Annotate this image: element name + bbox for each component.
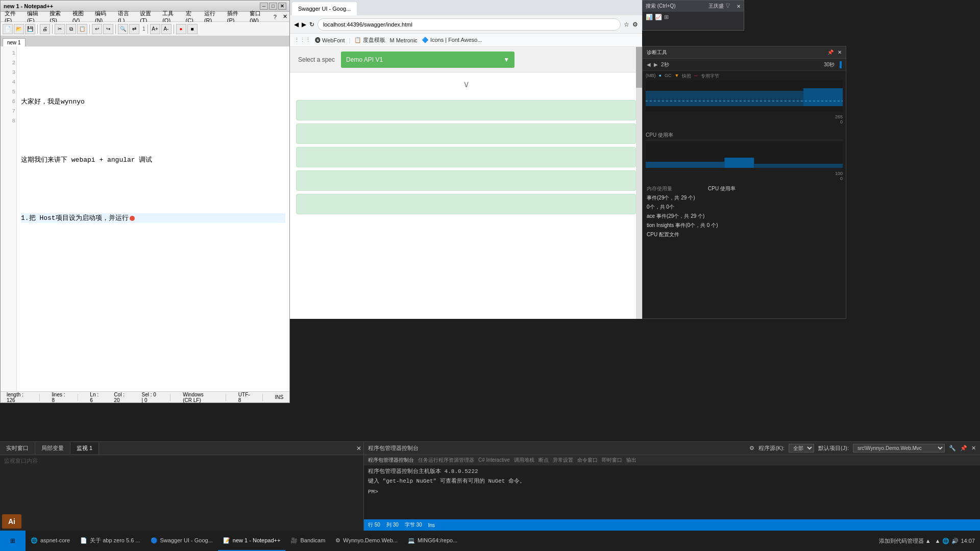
nuget-close-icon[interactable]: ✕ bbox=[971, 445, 976, 452]
legend-limit-label: 快照 bbox=[682, 73, 691, 80]
vs-close-icon[interactable]: ✕ bbox=[737, 4, 741, 9]
browser-tab-swagger[interactable]: Swagger UI - Goog... bbox=[292, 2, 357, 15]
bandicam-icon: 🎥 bbox=[290, 537, 298, 544]
forward-icon[interactable]: ▶ bbox=[302, 21, 306, 28]
vs-toolbar-icon2[interactable]: 📈 bbox=[655, 14, 662, 20]
nuget-tab-breakpoints[interactable]: 断点 bbox=[538, 457, 549, 464]
editor-text[interactable]: 大家好，我是wynnyo 这期我们来讲下 webapi + angular 调试… bbox=[17, 46, 289, 391]
tray-volume-icon[interactable]: 🔊 bbox=[951, 538, 959, 544]
nuget-pin-icon[interactable]: 📌 bbox=[960, 445, 967, 452]
nuget-settings-icon[interactable]: ⚙ bbox=[749, 445, 754, 452]
back-icon[interactable]: ◀ bbox=[294, 21, 299, 28]
nuget-tab-exceptions[interactable]: 异常设置 bbox=[553, 457, 573, 464]
nuget-tab-immediate[interactable]: 即时窗口 bbox=[602, 457, 622, 464]
bookmark-metronic[interactable]: M Metronic bbox=[389, 37, 417, 43]
diag-pin-icon[interactable]: 📌 bbox=[827, 49, 834, 55]
cpu-min: 0 bbox=[840, 176, 843, 181]
expand-icon[interactable]: ∨ bbox=[290, 72, 642, 96]
notepad-editor-area[interactable]: 12345 678 大家好，我是wynnyo 这期我们来讲下 webapi + … bbox=[1, 46, 289, 391]
tab-realtime[interactable]: 实时窗口 bbox=[0, 442, 35, 454]
bookmark-icons[interactable]: 🔷 Icons | Font Aweso... bbox=[422, 37, 482, 43]
redo-btn[interactable]: ↪ bbox=[103, 24, 113, 34]
scrollbar-thumb[interactable] bbox=[636, 47, 642, 88]
start-button[interactable]: ⊞ bbox=[0, 531, 26, 551]
diag-range-slider[interactable] bbox=[840, 61, 842, 68]
editor-line-6: 1.把 Host项目设为启动项，并运行 bbox=[21, 213, 285, 223]
refresh-icon[interactable]: ↻ bbox=[309, 21, 314, 28]
endpoint-bar-3[interactable] bbox=[296, 147, 636, 167]
diag-back-icon[interactable]: ◀ bbox=[647, 62, 651, 67]
tab-locals[interactable]: 局部变量 bbox=[35, 442, 70, 454]
nuget-source-select[interactable]: 全部 bbox=[789, 444, 814, 453]
undo-btn[interactable]: ↩ bbox=[92, 24, 102, 34]
taskbar-notification[interactable]: 添加到代码管理器 ▲ bbox=[879, 537, 931, 545]
swagger-endpoints bbox=[290, 96, 642, 218]
zoom-in-btn[interactable]: A+ bbox=[150, 24, 160, 34]
close-notepad-icon[interactable]: ✕ bbox=[283, 13, 287, 20]
print-btn[interactable]: 🖨 bbox=[40, 24, 50, 34]
status-encoding: Windows (CR LF) bbox=[181, 392, 215, 403]
toolbar-label: 1 bbox=[142, 26, 145, 32]
tray-up-icon[interactable]: ▲ bbox=[935, 538, 941, 544]
bottom-left-panel: 实时窗口 局部变量 监视 1 ✕ 监视窗口内容 bbox=[0, 442, 364, 531]
nuget-tab-command[interactable]: 命令窗口 bbox=[577, 457, 598, 464]
address-input[interactable] bbox=[317, 18, 621, 31]
toolbar-sep1 bbox=[37, 24, 38, 34]
bookmark-star-icon[interactable]: ☆ bbox=[624, 21, 629, 28]
taskbar-item-notepad[interactable]: 📝 new 1 - Notepad++ bbox=[218, 531, 286, 551]
panel-close-icon[interactable]: ✕ bbox=[354, 443, 363, 454]
zoom-out-btn[interactable]: A- bbox=[161, 24, 172, 34]
editor-line-3 bbox=[21, 126, 285, 136]
spec-selector[interactable]: Demo API V1 ▼ bbox=[341, 52, 514, 68]
bottom-right-panel: 程序包管理器控制台 ⚙ 程序源(K): 全部 默认项目(J): src\Wynn… bbox=[364, 442, 980, 531]
endpoint-bar-4[interactable] bbox=[296, 170, 636, 191]
record-btn[interactable]: ● bbox=[176, 24, 186, 34]
open-btn[interactable]: 📂 bbox=[14, 24, 24, 34]
close-button[interactable]: ✕ bbox=[278, 3, 286, 10]
save-btn[interactable]: 💾 bbox=[25, 24, 35, 34]
taskbar-item-swagger[interactable]: 🔵 Swagger UI - Goog... bbox=[145, 531, 218, 551]
endpoint-bar-1[interactable] bbox=[296, 100, 636, 120]
tab-watch[interactable]: 监视 1 bbox=[70, 442, 99, 454]
taskbar-item-aspnet[interactable]: 🌐 aspnet-core bbox=[26, 531, 75, 551]
nuget-tools-icon[interactable]: 🔧 bbox=[949, 445, 956, 452]
ming-label: MING64:/repo... bbox=[418, 537, 457, 543]
nuget-tab-callstack[interactable]: 调用堆栈 bbox=[514, 457, 534, 464]
copy-btn[interactable]: ⧉ bbox=[66, 24, 76, 34]
nuget-tab-console[interactable]: 程序包管理器控制台 bbox=[368, 457, 414, 464]
nuget-prompt[interactable]: PM> bbox=[368, 489, 976, 495]
taskbar-item-wynnyo[interactable]: ⚙ Wynnyo.Demo.Web... bbox=[330, 531, 403, 551]
status-sep1 bbox=[39, 394, 40, 401]
notepad-tab-active[interactable]: new 1 bbox=[3, 38, 26, 46]
settings-icon[interactable]: ⚙ bbox=[632, 21, 638, 28]
find-btn[interactable]: 🔍 bbox=[118, 24, 128, 34]
stop-btn[interactable]: ■ bbox=[187, 24, 198, 34]
bookmark-templates[interactable]: 📋 度盘模板 bbox=[354, 36, 385, 44]
vs-toolbar-icon3[interactable]: ⊞ bbox=[664, 14, 669, 20]
apps-icon[interactable]: ⋮⋮⋮ bbox=[294, 37, 311, 43]
nuget-project-select[interactable]: src\Wynnyo.Demo.Web.Mvc bbox=[853, 444, 945, 453]
nuget-tab-csharp[interactable]: C# Interactive bbox=[478, 457, 510, 463]
maximize-button[interactable]: □ bbox=[269, 3, 277, 10]
spec-dropdown-icon: ▼ bbox=[503, 56, 509, 63]
taskbar-item-ming[interactable]: 💻 MING64:/repo... bbox=[403, 531, 462, 551]
chart-icon[interactable]: 📊 bbox=[646, 14, 653, 20]
nuget-tab-output[interactable]: 输出 bbox=[626, 457, 636, 464]
menu-help[interactable]: ? bbox=[272, 13, 279, 21]
taskbar-item-bandicam[interactable]: 🎥 Bandicam bbox=[285, 531, 330, 551]
endpoint-bar-2[interactable] bbox=[296, 123, 636, 144]
nuget-tab-tasks[interactable]: 任务运行程序资源管理器 bbox=[418, 457, 474, 464]
diagnostic-panel: 诊断工具 📌 ✕ ◀ ▶ 2秒 30秒 (MB) ● GC ▼ 快照 ─ 专用字… bbox=[642, 46, 846, 319]
cut-btn[interactable]: ✂ bbox=[55, 24, 65, 34]
paste-btn[interactable]: 📋 bbox=[77, 24, 87, 34]
endpoint-bar-5[interactable] bbox=[296, 194, 636, 214]
new-btn[interactable]: 📄 bbox=[3, 24, 13, 34]
browser-scrollbar[interactable] bbox=[636, 47, 642, 319]
ai-badge[interactable]: Ai bbox=[2, 514, 21, 529]
taskbar-item-abp[interactable]: 📄 关于 abp zero 5.6 ... bbox=[75, 531, 145, 551]
tray-network-icon[interactable]: 🌐 bbox=[942, 538, 949, 544]
diag-close-icon[interactable]: ✕ bbox=[838, 49, 842, 55]
diag-forward-icon[interactable]: ▶ bbox=[654, 62, 658, 67]
replace-btn[interactable]: ⇄ bbox=[129, 24, 139, 34]
bookmark-webfont[interactable]: 🅦 WebFont bbox=[315, 37, 345, 43]
